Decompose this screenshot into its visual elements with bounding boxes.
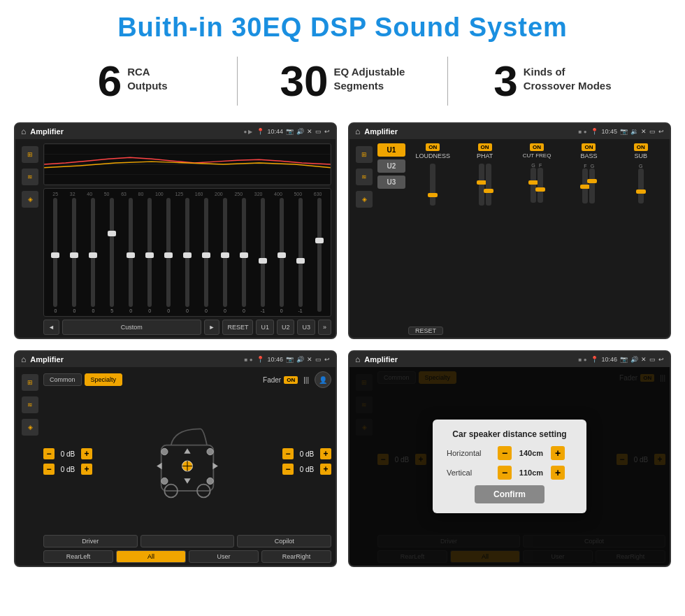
freq-250: 250 — [234, 192, 243, 196]
phat-slider-2[interactable] — [484, 189, 493, 193]
slider-val-1: 0 — [55, 308, 57, 313]
crossover-volume-icon: 🔉 — [630, 128, 638, 135]
copilot-btn[interactable]: Copilot — [237, 535, 331, 547]
driver-btn[interactable]: Driver — [43, 535, 138, 547]
crossover-speaker-icon[interactable]: ◈ — [356, 191, 373, 208]
slider-track-11[interactable] — [242, 198, 246, 307]
slider-thumb-6[interactable] — [145, 252, 154, 258]
slider-track-3[interactable] — [91, 198, 95, 307]
slider-track-14[interactable] — [298, 198, 303, 307]
common-tab[interactable]: Common — [43, 373, 82, 386]
db-minus-4[interactable]: − — [282, 464, 294, 475]
eq-u1-btn[interactable]: U1 — [256, 320, 274, 335]
db-minus-3[interactable]: − — [282, 448, 294, 459]
bass-g-slider[interactable] — [587, 179, 597, 183]
stat-divider-2 — [447, 57, 448, 106]
horizontal-plus-btn[interactable]: + — [551, 446, 565, 460]
rearleft-btn[interactable]: RearLeft — [43, 550, 113, 563]
cutfreq-on[interactable]: ON — [530, 143, 544, 151]
slider-track-12[interactable] — [261, 198, 265, 307]
crossover-wave-icon[interactable]: ≋ — [356, 169, 373, 185]
eq-u3-btn[interactable]: U3 — [297, 320, 315, 335]
slider-thumb-12[interactable] — [259, 258, 267, 264]
slider-track-15[interactable] — [317, 198, 322, 312]
eq-speaker-icon[interactable]: ◈ — [22, 191, 38, 208]
eq-more-btn[interactable]: » — [318, 320, 331, 335]
slider-thumb-10[interactable] — [221, 252, 229, 258]
slider-thumb-13[interactable] — [277, 252, 286, 258]
u1-btn[interactable]: U1 — [377, 143, 405, 157]
eq-app-name: Amplifier — [30, 127, 239, 136]
slider-track-7[interactable] — [166, 198, 171, 307]
cutfreq-g-slider[interactable] — [528, 180, 538, 185]
slider-thumb-3[interactable] — [89, 252, 97, 258]
bass-f-slider[interactable] — [580, 185, 590, 189]
db-plus-3[interactable]: + — [320, 448, 331, 459]
db-minus-1[interactable]: − — [43, 448, 55, 459]
loudness-slider-thumb[interactable] — [428, 193, 438, 197]
eq-prev-btn[interactable]: ◄ — [43, 320, 59, 335]
slider-thumb-14[interactable] — [296, 258, 305, 264]
slider-thumb-15[interactable] — [315, 238, 324, 243]
eq-filter-icon[interactable]: ⊞ — [22, 146, 38, 163]
slider-track-13[interactable] — [280, 198, 284, 307]
slider-1: 0 — [47, 198, 64, 313]
eq-play-btn[interactable]: ► — [204, 320, 220, 335]
crossover-filter-icon[interactable]: ⊞ — [356, 146, 373, 163]
slider-15 — [310, 198, 328, 313]
slider-thumb-2[interactable] — [70, 252, 78, 258]
phat-slider-1[interactable] — [477, 180, 486, 185]
slider-track-8[interactable] — [185, 198, 189, 307]
eq-wave-icon[interactable]: ≋ — [22, 169, 38, 185]
phat-on[interactable]: ON — [478, 143, 492, 151]
slider-thumb-8[interactable] — [183, 252, 192, 258]
slider-track-2[interactable] — [72, 198, 76, 307]
vertical-minus-btn[interactable]: − — [498, 466, 512, 480]
slider-val-6: 0 — [148, 308, 151, 313]
sub-g-slider[interactable] — [636, 189, 646, 194]
slider-thumb-5[interactable] — [127, 252, 135, 258]
fader-wave-icon[interactable]: ≋ — [22, 396, 38, 413]
slider-thumb-4[interactable] — [108, 231, 116, 236]
loudness-on[interactable]: ON — [426, 143, 440, 151]
cutfreq-f-slider[interactable] — [535, 187, 545, 192]
fader-filter-icon[interactable]: ⊞ — [22, 374, 38, 391]
slider-thumb-9[interactable] — [202, 252, 210, 258]
confirm-button[interactable]: Confirm — [475, 485, 545, 503]
slider-track-1[interactable] — [53, 198, 57, 307]
crossover-reset-btn[interactable]: RESET — [408, 327, 443, 335]
u3-btn[interactable]: U3 — [377, 176, 405, 189]
vertical-plus-btn[interactable]: + — [551, 466, 565, 480]
modal-camera-icon: 📷 — [620, 356, 628, 363]
freq-100: 100 — [155, 192, 164, 196]
user-btn[interactable]: User — [189, 550, 259, 563]
fader-on-badge[interactable]: ON — [284, 376, 298, 384]
slider-track-10[interactable] — [223, 198, 227, 307]
slider-thumb-11[interactable] — [240, 252, 248, 258]
eq-u2-btn[interactable]: U2 — [277, 320, 295, 335]
db-minus-2[interactable]: − — [43, 464, 55, 475]
bass-on[interactable]: ON — [582, 143, 596, 151]
u2-btn[interactable]: U2 — [377, 159, 405, 173]
slider-track-6[interactable] — [147, 198, 152, 307]
eq-reset-btn[interactable]: RESET — [222, 320, 253, 335]
db-plus-4[interactable]: + — [320, 464, 331, 475]
fader-knob[interactable]: 👤 — [315, 371, 331, 388]
rearright-btn[interactable]: RearRight — [261, 550, 331, 563]
db-plus-2[interactable]: + — [81, 464, 92, 475]
freq-320: 320 — [254, 192, 263, 196]
sub-on[interactable]: ON — [634, 143, 648, 151]
horizontal-minus-btn[interactable]: − — [498, 446, 512, 460]
db-plus-1[interactable]: + — [81, 448, 92, 459]
specialty-tab[interactable]: Specialty — [85, 373, 123, 386]
bass-label: BASS — [580, 152, 597, 159]
slider-track-5[interactable] — [129, 198, 133, 307]
slider-track-4[interactable] — [110, 198, 114, 307]
slider-thumb-1[interactable] — [51, 252, 59, 258]
fader-speaker-icon[interactable]: ◈ — [22, 419, 38, 436]
all-btn[interactable]: All — [116, 550, 186, 563]
fader-status-icons: 📍 10:46 📷 🔊 ✕ ▭ ↩ — [257, 356, 330, 363]
slider-track-9[interactable] — [204, 198, 208, 307]
slider-thumb-7[interactable] — [164, 252, 173, 258]
eq-custom-btn[interactable]: Custom — [62, 320, 201, 335]
